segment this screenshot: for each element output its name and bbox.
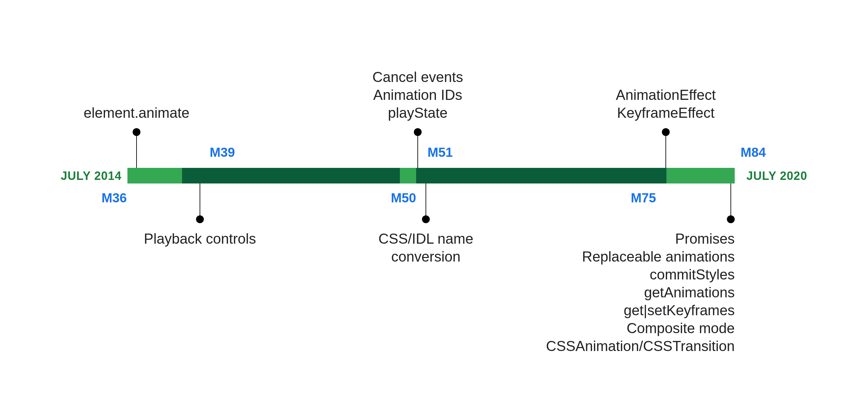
milestone-feature-line: Replaceable animations	[546, 248, 735, 265]
milestone-feature-line: CSSAnimation/CSSTransition	[546, 337, 735, 355]
milestone-dot	[196, 215, 204, 223]
milestone-dot	[414, 128, 422, 136]
milestone-feature-line: Composite mode	[546, 319, 735, 337]
timeline-diagram: JULY 2014 JULY 2020 M36element.animateM3…	[0, 0, 868, 406]
milestone-stem	[665, 132, 666, 168]
milestone-feature-label: element.animate	[84, 104, 189, 122]
milestone-version: M75	[631, 191, 656, 205]
milestone-version: M39	[210, 145, 235, 160]
timeline-bar-segment	[400, 168, 416, 183]
timeline-bar-segment	[666, 168, 735, 183]
milestone-feature-line: Cancel events	[373, 68, 463, 86]
milestone-dot	[422, 215, 430, 223]
milestone-feature-line: AnimationEffect	[616, 86, 716, 104]
milestone-version: M50	[391, 191, 416, 205]
milestone-feature-line: playState	[373, 104, 463, 122]
milestone-feature-line: conversion	[378, 248, 473, 265]
milestone-version: M36	[101, 191, 127, 205]
milestone-feature-label: Cancel eventsAnimation IDsplayState	[373, 68, 463, 122]
milestone-stem	[199, 183, 200, 219]
milestone-feature-line: CSS/IDL name	[378, 230, 473, 248]
milestone-feature-line: Animation IDs	[373, 86, 463, 104]
milestone-feature-line: getAnimations	[546, 283, 735, 301]
milestone-stem	[136, 132, 137, 168]
milestone-dot	[133, 128, 141, 136]
milestone-feature-line: get|setKeyframes	[546, 301, 735, 319]
milestone-feature-label: AnimationEffectKeyframeEffect	[616, 86, 716, 122]
milestone-version: M84	[741, 145, 766, 160]
timeline-bar-segment	[416, 168, 666, 183]
milestone-feature-label: CSS/IDL nameconversion	[378, 230, 473, 265]
milestone-feature-line: KeyframeEffect	[616, 104, 716, 122]
milestone-feature-line: Playback controls	[144, 230, 256, 248]
milestone-feature-line: Promises	[546, 230, 735, 248]
milestone-version: M51	[428, 145, 453, 160]
milestone-feature-line: element.animate	[84, 104, 189, 122]
milestone-stem	[731, 183, 731, 219]
milestone-stem	[426, 183, 426, 219]
timeline-bar-segment	[182, 168, 400, 183]
milestone-feature-label: Playback controls	[144, 230, 256, 248]
milestone-dot	[662, 128, 670, 136]
milestone-dot	[727, 215, 735, 223]
milestone-feature-line: commitStyles	[546, 265, 735, 283]
timeline-end-label: JULY 2020	[746, 169, 807, 183]
milestone-stem	[417, 132, 418, 168]
timeline-bar-segment	[127, 168, 182, 183]
milestone-feature-label: PromisesReplaceable animationscommitStyl…	[546, 230, 735, 355]
timeline-start-label: JULY 2014	[61, 169, 122, 183]
